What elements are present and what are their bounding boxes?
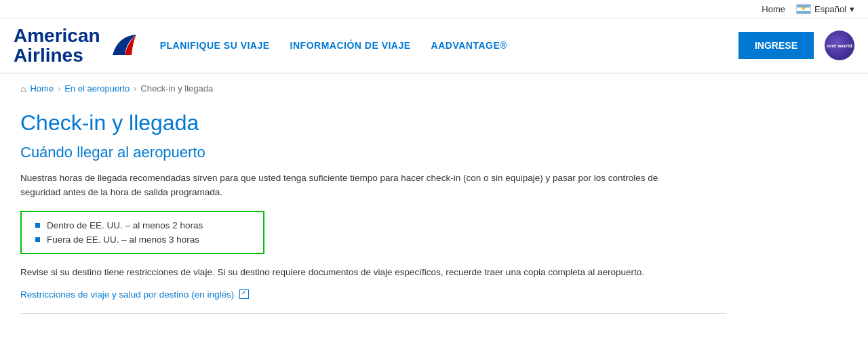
- restrictions-link-label: Restricciones de viaje y salud por desti…: [20, 289, 234, 300]
- bullet-sq-icon: [35, 223, 40, 228]
- utility-bar: Home Español ▾: [0, 0, 868, 19]
- main-nav: American Airlines PLANIFIQUE SU VIAJE IN…: [0, 19, 868, 74]
- external-link-icon: [239, 289, 249, 299]
- highlight-box: Dentro de EE. UU. – al menos 2 horas Fue…: [20, 211, 264, 254]
- intro-text: Nuestras horas de llegada recomendadas s…: [20, 171, 665, 200]
- logo-text-line2: Airlines: [14, 45, 100, 65]
- bullet-item-international: Fuera de EE. UU. – al menos 3 horas: [35, 235, 250, 245]
- breadcrumb-sep-1: ›: [58, 84, 60, 94]
- logo-text-line1: American: [14, 26, 100, 45]
- bullet-sq-icon-2: [35, 237, 40, 242]
- breadcrumb-home[interactable]: Home: [30, 83, 54, 94]
- breadcrumb: ⌂ Home › En el aeropuerto › Check-in y l…: [0, 74, 868, 104]
- content-area: Check-in y llegada Cuándo llegar al aero…: [0, 104, 746, 341]
- lang-label: Español: [814, 4, 846, 14]
- home-icon: ⌂: [20, 83, 26, 94]
- oneworld-label: one world: [827, 43, 852, 49]
- page-title: Check-in y llegada: [20, 110, 726, 136]
- aa-bird-icon: [106, 29, 140, 62]
- ingrese-button[interactable]: INGRESE: [738, 32, 814, 59]
- chevron-down-icon: ▾: [850, 4, 854, 14]
- bullet-international-text: Fuera de EE. UU. – al menos 3 horas: [47, 235, 199, 245]
- breadcrumb-current: Check-in y llegada: [140, 83, 213, 94]
- bullet-item-domestic: Dentro de EE. UU. – al menos 2 horas: [35, 220, 250, 230]
- nav-aadvantage-link[interactable]: AADVANTAGE®: [431, 40, 508, 51]
- bottom-divider: [20, 313, 726, 314]
- flag-icon: [796, 4, 811, 14]
- bullet-domestic-text: Dentro de EE. UU. – al menos 2 horas: [47, 220, 203, 230]
- breadcrumb-airport[interactable]: En el aeropuerto: [64, 83, 130, 94]
- section-title: Cuándo llegar al aeropuerto: [20, 144, 726, 161]
- utility-home-link[interactable]: Home: [762, 4, 785, 14]
- breadcrumb-sep-2: ›: [134, 84, 136, 94]
- nav-plan-link[interactable]: PLANIFIQUE SU VIAJE: [160, 40, 270, 51]
- footer-text: Revise si su destino tiene restricciones…: [20, 265, 665, 280]
- logo-area[interactable]: American Airlines: [14, 26, 140, 66]
- nav-info-link[interactable]: INFORMACIÓN DE VIAJE: [290, 40, 411, 51]
- language-selector[interactable]: Español ▾: [796, 4, 854, 14]
- nav-links: PLANIFIQUE SU VIAJE INFORMACIÓN DE VIAJE…: [160, 40, 732, 51]
- oneworld-badge[interactable]: one world: [825, 31, 854, 60]
- restrictions-link[interactable]: Restricciones de viaje y salud por desti…: [20, 289, 249, 300]
